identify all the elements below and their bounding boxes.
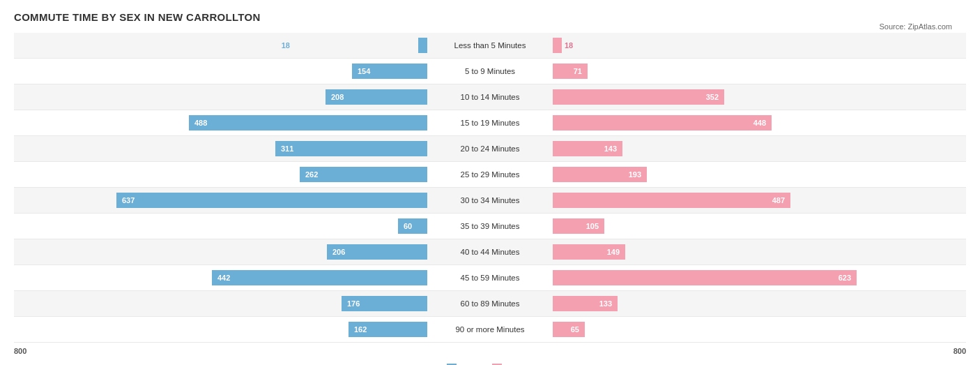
chart-title: Commute Time by Sex in New Carrollton [14,11,261,23]
chart-row: 154 5 to 9 Minutes 71 [14,59,966,84]
male-value: 176 [344,299,360,308]
male-bar: 311 [275,141,427,156]
row-label: Less than 5 Minutes [427,41,553,50]
female-bar: 352 [553,89,724,105]
male-bar: 488 [189,115,427,131]
male-value: 442 [215,274,230,282]
female-bar [553,38,562,53]
chart-row: 311 20 to 24 Minutes 143 [14,136,966,162]
male-bar: 176 [342,296,427,311]
female-value: 143 [604,144,620,153]
chart-row: 206 40 to 44 Minutes 149 [14,239,966,265]
axis-row: 800 800 [14,343,966,359]
row-label: 5 to 9 Minutes [427,67,553,75]
male-value: 311 [278,144,293,153]
male-value: 488 [192,119,207,127]
male-bar [418,38,427,53]
female-bar: 71 [553,64,588,79]
male-bar: 60 [398,218,427,234]
chart-row: 488 15 to 19 Minutes 448 [14,110,966,136]
row-label: 20 to 24 Minutes [427,144,553,153]
chart-row: 162 90 or more Minutes 65 [14,317,966,343]
male-value-outside: 18 [282,41,290,50]
male-value: 60 [401,222,412,230]
female-value: 71 [574,67,585,75]
male-bar: 154 [352,64,427,79]
row-label: 35 to 39 Minutes [427,222,553,230]
female-bar: 105 [553,218,604,234]
male-value: 162 [351,325,367,334]
row-label: 15 to 19 Minutes [427,119,553,127]
female-bar: 623 [553,270,857,285]
row-label: 90 or more Minutes [427,325,553,334]
chart-row: 442 45 to 59 Minutes 623 [14,265,966,291]
female-bar: 487 [553,193,790,208]
axis-left-label: 800 [14,347,26,355]
chart-row: 60 35 to 39 Minutes 105 [14,214,966,239]
male-value: 206 [330,248,345,256]
male-value: 208 [328,93,344,101]
male-bar: 442 [212,270,427,285]
female-value: 149 [607,248,622,256]
female-bar: 448 [553,115,772,131]
female-value: 193 [629,170,644,179]
female-value: 133 [599,299,615,308]
chart-area: 18 Less than 5 Minutes 18 154 5 to 9 Min… [14,33,966,343]
female-value: 448 [753,119,769,127]
axis-right-label: 800 [954,347,966,355]
male-value: 262 [303,170,318,179]
female-value: 623 [839,274,854,282]
male-bar: 208 [326,89,427,105]
female-value-outside: 18 [565,41,573,50]
source-label: Source: ZipAtlas.com [879,22,952,31]
row-label: 10 to 14 Minutes [427,93,553,101]
male-bar: 206 [327,244,427,260]
female-bar: 143 [553,141,622,156]
female-bar: 193 [553,167,647,182]
male-bar: 162 [349,322,427,337]
female-value: 65 [571,325,582,334]
row-label: 40 to 44 Minutes [427,248,553,256]
female-bar: 149 [553,244,625,260]
male-value: 637 [119,196,135,204]
row-label: 25 to 29 Minutes [427,170,553,179]
female-value: 352 [706,93,721,101]
female-bar: 65 [553,322,585,337]
row-label: 45 to 59 Minutes [427,274,553,282]
female-value: 105 [586,222,602,230]
row-label: 60 to 89 Minutes [427,299,553,308]
female-value: 487 [772,196,788,204]
chart-row: 262 25 to 29 Minutes 193 [14,162,966,188]
chart-row: 176 60 to 89 Minutes 133 [14,291,966,317]
male-bar: 262 [300,167,427,182]
chart-row: 208 10 to 14 Minutes 352 [14,84,966,110]
chart-row: 18 Less than 5 Minutes 18 [14,33,966,59]
row-label: 30 to 34 Minutes [427,196,553,204]
male-bar: 637 [116,193,427,208]
chart-row: 637 30 to 34 Minutes 487 [14,188,966,214]
male-value: 154 [355,67,370,75]
female-bar: 133 [553,296,618,311]
